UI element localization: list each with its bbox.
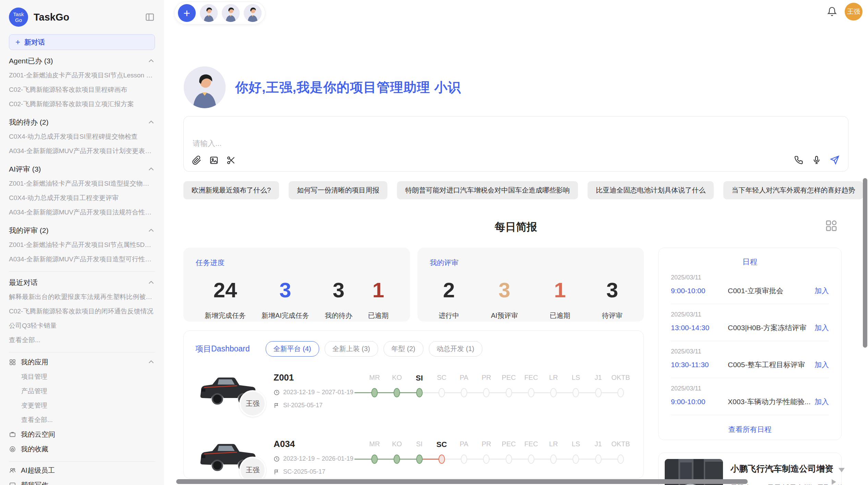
section-my-review[interactable]: 我的评审 (2) (9, 223, 155, 238)
greeting: 你好,王强,我是你的项目管理助理 小识 (184, 66, 461, 108)
section-agent-done[interactable]: Agent已办 (3) (9, 53, 155, 68)
owner-badge: 王强 (239, 457, 266, 478)
suggestion-chip[interactable]: 如何写一份清晰的项目周报 (289, 181, 387, 199)
milestone-pa: PA (453, 440, 475, 467)
app-item-change-mgmt[interactable]: 变更管理 (9, 398, 155, 413)
scissors-icon[interactable] (226, 156, 236, 165)
schedule-entry[interactable]: 2025/03/11 9:00-10:00 C001-立项审批会 加入 (671, 267, 829, 304)
stat-value: 1 (550, 278, 570, 302)
voice-call-icon[interactable] (794, 155, 804, 165)
chevron-up-icon[interactable] (147, 57, 155, 65)
schedule-entry[interactable]: 2025/03/11 10:30-11:30 C005-整车工程目标评审 加入 (671, 341, 829, 378)
suggestion-chip[interactable]: 特朗普可能对进口汽车增税会对中国车企造成哪些影响 (397, 181, 578, 199)
filter-new-body[interactable]: 全新上装 (3) (325, 341, 378, 357)
suggestion-chips: 欧洲新规最近颁布了什么? 如何写一份清晰的项目周报 特朗普可能对进口汽车增税会对… (183, 181, 848, 199)
stat-value: 3 (602, 278, 623, 302)
join-button[interactable]: 加入 (815, 360, 829, 370)
schedule-entry[interactable]: 2025/03/11 13:00-14:30 C003|H0B-方案冻结评审 加… (671, 304, 829, 341)
chevron-up-icon[interactable] (147, 119, 155, 126)
join-button[interactable]: 加入 (815, 397, 829, 407)
chat-composer[interactable]: 请输入... (183, 116, 848, 172)
list-item[interactable]: A034-全新新能源MUV产品开发项目法规符合性评审 (9, 205, 155, 220)
milestone-j1: J1 (587, 440, 610, 467)
microphone-icon[interactable] (812, 155, 821, 165)
session-avatar-3[interactable] (244, 4, 262, 22)
filter-model-year[interactable]: 年型 (2) (384, 341, 423, 357)
task-progress-card: 任务进度 24 新增完成任务 3 新增AI完成任务 3 我的待办 (183, 248, 410, 322)
sidebar-item-help-me-write[interactable]: 帮我写作 (9, 478, 155, 485)
list-item[interactable]: Z001-全新燃油皮卡产品开发项目SI节点Lesson Learn报告 (9, 68, 155, 83)
list-item[interactable]: C02-飞腾新能源轻客改款项目的闭环通告反馈情况 (9, 304, 155, 319)
chevron-up-icon[interactable] (147, 227, 155, 234)
chevron-up-icon[interactable] (147, 165, 155, 173)
list-item[interactable]: A034-全新新能源MUV产品开发项目造型可行性评审 (9, 252, 155, 266)
section-recent-chats[interactable]: 最近对话 (9, 275, 155, 290)
list-item[interactable]: C0X4-动力总成开发项目SI里程碑提交物检查 (9, 129, 155, 144)
list-item[interactable]: C0X4-动力总成开发项目工程变更评审 (9, 191, 155, 205)
suggestion-chip[interactable]: 欧洲新规最近颁布了什么? (183, 181, 279, 199)
dashboard-title: 项目Dashboard (195, 344, 250, 354)
plus-icon: + (15, 38, 20, 46)
list-item[interactable]: 公司Q3轻卡销量 (9, 319, 155, 333)
app-item-product-mgmt[interactable]: 产品管理 (9, 384, 155, 398)
schedule-entry[interactable]: 2025/03/11 9:00-10:00 X003-车辆动力学性能验... 加… (671, 378, 829, 415)
suggestion-chip[interactable]: 当下年轻人对汽车外观有怎样的喜好趋势 (723, 181, 863, 199)
sidebar-item-favorites[interactable]: 我的收藏 (9, 442, 155, 457)
view-all-schedule-link[interactable]: 查看所有日程 (671, 425, 829, 434)
session-avatar-1[interactable] (200, 4, 218, 22)
app-item-project-mgmt[interactable]: 项目管理 (9, 370, 155, 384)
section-title: 我的评审 (2) (9, 226, 49, 235)
sidebar-item-cloud-space[interactable]: 我的云空间 (9, 427, 155, 442)
notifications-bell-icon[interactable] (827, 7, 837, 17)
list-item[interactable]: Z001-全新燃油轻卡产品开发项目SI节点属性5D文件评审 (9, 238, 155, 252)
view-all-apps-link[interactable]: 查看全部... (9, 413, 155, 427)
milestone-si: SI (408, 374, 431, 400)
image-upload-icon[interactable] (209, 156, 219, 165)
sidebar-item-label: AI超级员工 (21, 466, 55, 475)
milestone-ko: KO (386, 440, 408, 467)
project-code: Z001 (274, 372, 363, 383)
attach-icon[interactable] (192, 156, 202, 165)
join-button[interactable]: 加入 (815, 323, 829, 333)
view-all-chats-link[interactable]: 查看全部... (9, 333, 155, 347)
sidebar-item-ai-super-staff[interactable]: AI超级员工 (9, 463, 155, 478)
list-item[interactable]: C02-飞腾新能源轻客改款项目立项汇报方案 (9, 97, 155, 111)
section-ai-review[interactable]: AI评审 (3) (9, 162, 155, 176)
list-item[interactable]: 解释最新出台的欧盟报废车法规再生塑料比例被调至15%... (9, 290, 155, 304)
flag-icon (274, 469, 280, 475)
clock-icon (274, 456, 280, 462)
scroll-right-arrow-icon[interactable] (832, 479, 836, 485)
sidebar-collapse-icon[interactable] (145, 12, 155, 22)
section-title: 我的应用 (21, 358, 143, 367)
add-session-button[interactable]: + (178, 4, 196, 22)
filter-new-platform[interactable]: 全新平台 (4) (266, 341, 319, 357)
milestone-dot (394, 455, 400, 464)
schedule-date: 2025/03/11 (671, 311, 829, 318)
list-item[interactable]: A034-全新新能源MUV产品开发项目计划变更表编写 (9, 144, 155, 158)
milestone-dot (506, 388, 512, 397)
new-chat-label: 新对话 (24, 38, 45, 47)
send-icon[interactable] (830, 155, 840, 165)
milestone-pr: PR (475, 374, 497, 400)
suggestion-chip[interactable]: 比亚迪全固态电池计划具体说了什么 (588, 181, 714, 199)
user-avatar[interactable]: 王强 (845, 3, 863, 21)
milestone-dot (461, 388, 467, 397)
section-my-apps[interactable]: 我的应用 (9, 355, 155, 370)
chevron-up-icon[interactable] (147, 279, 155, 286)
section-my-todo[interactable]: 我的待办 (2) (9, 115, 155, 129)
new-chat-button[interactable]: + 新对话 (9, 34, 155, 50)
filter-powertrain[interactable]: 动总开发 (1) (429, 341, 482, 357)
milestone-pr: PR (475, 440, 497, 467)
scroll-down-arrow-icon[interactable] (839, 468, 845, 472)
horizontal-scrollbar[interactable] (176, 479, 748, 484)
list-item[interactable]: Z001-全新燃油轻卡产品开发项目SI造型提交物评审 (9, 176, 155, 191)
project-row-a034[interactable]: 王强 A034 2023-12-19 ~ 2026-01-19 SC-2025-… (195, 437, 632, 478)
layout-grid-icon[interactable] (824, 219, 839, 233)
list-item[interactable]: C02-飞腾新能源轻客改款项目里程碑画布 (9, 83, 155, 97)
session-avatar-2[interactable] (222, 4, 240, 22)
join-button[interactable]: 加入 (815, 286, 829, 296)
project-row-z001[interactable]: 王强 Z001 2023-12-19 ~ 2027-01-19 SI-2025-… (195, 371, 632, 423)
chevron-up-icon[interactable] (147, 358, 155, 366)
vertical-scrollbar[interactable] (863, 178, 867, 348)
sidebar: Task Go TaskGo + 新对话 Agent已办 (3) Z001-全新… (0, 0, 164, 485)
